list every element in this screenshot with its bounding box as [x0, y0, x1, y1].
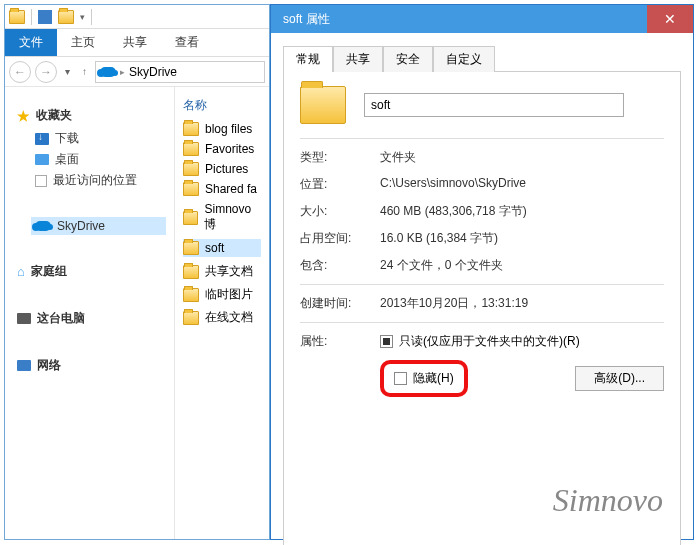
list-item[interactable]: 共享文档: [183, 263, 261, 280]
folder-icon: [183, 162, 199, 176]
explorer-window: ▾ 文件 主页 共享 查看 ← → ▾ ↑ ▸ SkyDrive ★收藏夹 下载…: [4, 4, 270, 540]
folder-icon: [183, 142, 199, 156]
navbar: ← → ▾ ↑ ▸ SkyDrive: [5, 57, 269, 87]
ribbon-tabs: 文件 主页 共享 查看: [5, 29, 269, 57]
label-contains: 包含:: [300, 257, 380, 274]
list-item[interactable]: Favorites: [183, 142, 261, 156]
ribbon-tab-share[interactable]: 共享: [109, 28, 161, 57]
properties-tabs: 常规 共享 安全 自定义: [271, 33, 693, 71]
network-icon: [17, 360, 31, 371]
list-item[interactable]: Simnovo博: [183, 202, 261, 233]
list-item[interactable]: Pictures: [183, 162, 261, 176]
dialog-titlebar: soft 属性 ✕: [271, 5, 693, 33]
column-header-name[interactable]: 名称: [183, 97, 265, 114]
close-button[interactable]: ✕: [647, 5, 693, 33]
folder-icon: [9, 10, 25, 24]
skydrive-icon: [100, 67, 116, 77]
label-created: 创建时间:: [300, 295, 380, 312]
nav-thispc[interactable]: 这台电脑: [17, 310, 166, 327]
download-icon: [35, 133, 49, 145]
folder-icon: [183, 211, 198, 225]
folder-icon: [183, 122, 199, 136]
folder-name-input[interactable]: [364, 93, 624, 117]
up-button[interactable]: ↑: [78, 66, 91, 77]
value-location: C:\Users\simnovo\SkyDrive: [380, 176, 526, 190]
address-text: SkyDrive: [129, 65, 177, 79]
tab-customize[interactable]: 自定义: [433, 46, 495, 72]
folder-icon: [300, 86, 346, 124]
label-size: 大小:: [300, 203, 380, 220]
nav-pane: ★收藏夹 下载 桌面 最近访问的位置 SkyDrive ⌂家庭组 这台电脑 网络: [5, 87, 175, 539]
file-list: 名称 blog files Favorites Pictures Shared …: [175, 87, 269, 539]
list-item[interactable]: 在线文档: [183, 309, 261, 326]
folder-icon: [183, 265, 199, 279]
folder-icon: [183, 288, 199, 302]
star-icon: ★: [17, 108, 30, 124]
list-item[interactable]: blog files: [183, 122, 261, 136]
folder-icon: [183, 241, 199, 255]
back-button[interactable]: ←: [9, 61, 31, 83]
desktop-icon: [35, 154, 49, 165]
chevron-down-icon[interactable]: ▾: [80, 12, 85, 22]
ribbon-tab-view[interactable]: 查看: [161, 28, 213, 57]
favorites-head[interactable]: ★收藏夹: [17, 107, 166, 124]
list-item[interactable]: Shared fa: [183, 182, 261, 196]
tab-content: 类型:文件夹 位置:C:\Users\simnovo\SkyDrive 大小:4…: [283, 71, 681, 545]
value-size: 460 MB (483,306,718 字节): [380, 203, 527, 220]
hidden-checkbox[interactable]: [394, 372, 407, 385]
readonly-label: 只读(仅应用于文件夹中的文件)(R): [399, 333, 580, 350]
history-dropdown[interactable]: ▾: [61, 66, 74, 77]
watermark: Simnovo: [553, 482, 663, 519]
tab-general[interactable]: 常规: [283, 46, 333, 72]
value-contains: 24 个文件，0 个文件夹: [380, 257, 503, 274]
tab-sharing[interactable]: 共享: [333, 46, 383, 72]
label-type: 类型:: [300, 149, 380, 166]
pc-icon: [17, 313, 31, 324]
folder-icon: [183, 182, 199, 196]
homegroup-icon: ⌂: [17, 264, 25, 279]
nav-network[interactable]: 网络: [17, 357, 166, 374]
address-bar[interactable]: ▸ SkyDrive: [95, 61, 265, 83]
label-location: 位置:: [300, 176, 380, 193]
file-tab[interactable]: 文件: [5, 29, 57, 56]
nav-recent[interactable]: 最近访问的位置: [35, 172, 166, 189]
value-created: 2013年10月20日，13:31:19: [380, 295, 528, 312]
list-item[interactable]: 临时图片: [183, 286, 261, 303]
list-item-selected[interactable]: soft: [183, 239, 261, 257]
hidden-label: 隐藏(H): [413, 370, 454, 387]
nav-desktop[interactable]: 桌面: [35, 151, 166, 168]
recent-icon: [35, 175, 47, 187]
nav-homegroup[interactable]: ⌂家庭组: [17, 263, 166, 280]
advanced-button[interactable]: 高级(D)...: [575, 366, 664, 391]
properties-dialog: soft 属性 ✕ 常规 共享 安全 自定义 类型:文件夹 位置:C:\User…: [270, 4, 694, 540]
dialog-title: soft 属性: [283, 11, 330, 28]
ribbon-tab-home[interactable]: 主页: [57, 28, 109, 57]
readonly-checkbox[interactable]: [380, 335, 393, 348]
nav-skydrive[interactable]: SkyDrive: [31, 217, 166, 235]
skydrive-icon: [35, 221, 51, 231]
save-icon[interactable]: [38, 10, 52, 24]
value-sizeondisk: 16.0 KB (16,384 字节): [380, 230, 498, 247]
folder-icon: [183, 311, 199, 325]
explorer-titlebar: ▾: [5, 5, 269, 29]
forward-button[interactable]: →: [35, 61, 57, 83]
tab-security[interactable]: 安全: [383, 46, 433, 72]
value-type: 文件夹: [380, 149, 416, 166]
highlight-box: 隐藏(H): [380, 360, 468, 397]
label-sizeondisk: 占用空间:: [300, 230, 380, 247]
nav-downloads[interactable]: 下载: [35, 130, 166, 147]
label-attributes: 属性:: [300, 333, 380, 350]
folder-icon[interactable]: [58, 10, 74, 24]
